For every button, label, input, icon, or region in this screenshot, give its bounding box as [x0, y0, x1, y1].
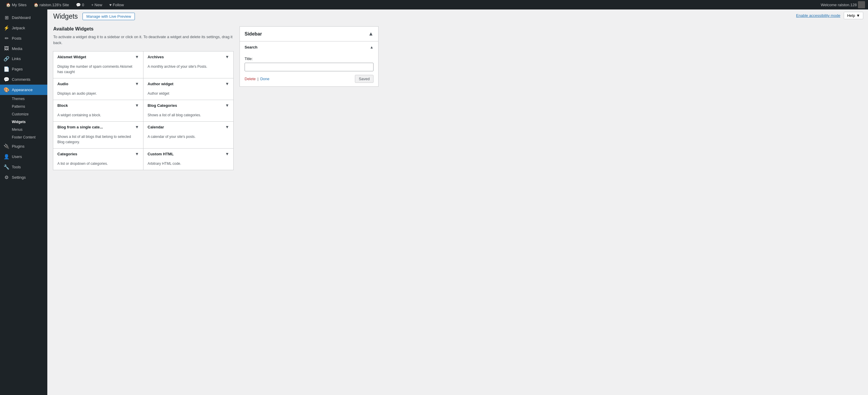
- adminbar-my-sites[interactable]: 🏠 My Sites: [3, 0, 30, 9]
- media-icon: 🖼: [4, 46, 9, 51]
- dashboard-icon: ⊞: [4, 15, 9, 21]
- widget-card-custom-html[interactable]: Custom HTML ▼ Arbitrary HTML code.: [143, 148, 234, 170]
- done-link[interactable]: Done: [260, 77, 270, 81]
- adminbar-new[interactable]: + New: [88, 0, 105, 9]
- chevron-up-icon: ▲: [368, 31, 374, 37]
- sidebar-item-comments[interactable]: 💬 Comments: [0, 74, 47, 85]
- user-avatar[interactable]: [858, 1, 865, 8]
- submenu-item-widgets[interactable]: Widgets: [0, 118, 47, 126]
- widget-card-categories[interactable]: Categories ▼ A list or dropdown of categ…: [53, 148, 144, 170]
- widget-card-author-header: Author widget ▼: [144, 79, 233, 89]
- widget-card-audio-header: Audio ▼: [53, 79, 143, 89]
- main-layout: ⊞ Dashboard ⚡ Jetpack ✏ Posts 🖼 Media 🔗 …: [0, 9, 868, 395]
- sidebar-panel-area: Sidebar ▲ Search ▲ Title:: [240, 26, 378, 170]
- chevron-down-icon: ▼: [225, 103, 229, 108]
- submenu-item-patterns[interactable]: Patterns: [0, 103, 47, 110]
- widget-card-author-widget[interactable]: Author widget ▼ Author widget: [143, 78, 234, 100]
- widgets-area: Available Widgets To activate a widget d…: [53, 26, 234, 170]
- chevron-down-icon: ▼: [225, 125, 229, 129]
- main-content: Widgets Manage with Live Preview Availab…: [47, 9, 868, 395]
- title-field-input[interactable]: [245, 63, 374, 71]
- adminbar-left: 🏠 My Sites 🏠 ralston.128's Site 💬 0 + Ne…: [3, 0, 127, 9]
- screen-options-bar: Enable accessibility mode Help ▼: [792, 9, 868, 22]
- widget-card-blog-single-cat-header: Blog from a single cate... ▼: [53, 122, 143, 132]
- home-icon: 🏠: [6, 3, 11, 7]
- sidebar-search-widget-header[interactable]: Search ▲: [240, 41, 378, 53]
- sidebar-item-links[interactable]: 🔗 Links: [0, 54, 47, 64]
- saved-button[interactable]: Saved: [355, 75, 374, 83]
- sidebar-item-posts[interactable]: ✏ Posts: [0, 33, 47, 43]
- separator: |: [257, 77, 258, 81]
- widget-card-akismet[interactable]: Akismet Widget ▼ Display the number of s…: [53, 51, 144, 79]
- chevron-down-icon: ▼: [135, 81, 139, 86]
- page-header: Widgets Manage with Live Preview: [53, 12, 378, 21]
- sidebar-search-widget: Search ▲ Title: Delete |: [240, 41, 378, 86]
- submenu-item-themes[interactable]: Themes: [0, 95, 47, 103]
- chevron-down-icon: ▼: [135, 55, 139, 59]
- chevron-down-icon: ▼: [135, 125, 139, 129]
- sidebar-search-widget-body: Title: Delete | Done Saved: [240, 53, 378, 86]
- sidebar-item-tools[interactable]: 🔧 Tools: [0, 162, 47, 172]
- available-widgets-title: Available Widgets: [53, 26, 234, 32]
- users-icon: 👤: [4, 154, 9, 159]
- admin-bar: 🏠 My Sites 🏠 ralston.128's Site 💬 0 + Ne…: [0, 0, 868, 9]
- sidebar-item-users[interactable]: 👤 Users: [0, 151, 47, 162]
- appearance-submenu: Themes Patterns Customize Widgets Menus …: [0, 95, 47, 141]
- widget-card-categories-header: Categories ▼: [53, 149, 143, 159]
- sidebar-panel-header: Sidebar ▲: [240, 27, 378, 41]
- widget-card-custom-html-header: Custom HTML ▼: [144, 149, 233, 159]
- comments-nav-icon: 💬: [4, 77, 9, 82]
- adminbar-right: Welcome ralston.128: [821, 1, 865, 8]
- sidebar-item-jetpack[interactable]: ⚡ Jetpack: [0, 23, 47, 33]
- title-field-label: Title:: [245, 57, 374, 61]
- delete-link[interactable]: Delete: [245, 77, 256, 81]
- widget-actions: Delete | Done Saved: [245, 75, 374, 83]
- plugins-icon: 🔌: [4, 144, 9, 149]
- adminbar-site-name[interactable]: 🏠 ralston.128's Site: [31, 0, 72, 9]
- comments-icon: 💬: [76, 3, 81, 7]
- help-button[interactable]: Help ▼: [844, 12, 863, 19]
- sidebar-item-media[interactable]: 🖼 Media: [0, 43, 47, 54]
- submenu-item-menus[interactable]: Menus: [0, 126, 47, 133]
- submenu-item-customize[interactable]: Customize: [0, 110, 47, 118]
- sidebar-item-pages[interactable]: 📄 Pages: [0, 64, 47, 74]
- sidebar-item-settings[interactable]: ⚙ Settings: [0, 172, 47, 183]
- content-area: Available Widgets To activate a widget d…: [53, 26, 378, 170]
- pages-icon: 📄: [4, 66, 9, 72]
- tools-icon: 🔧: [4, 164, 9, 170]
- heart-icon: ♥: [110, 3, 112, 7]
- sidebar-panel: Sidebar ▲ Search ▲ Title:: [240, 26, 378, 87]
- widget-card-blog-categories[interactable]: Blog Categories ▼ Shows a list of all bl…: [143, 100, 234, 122]
- widget-card-calendar[interactable]: Calendar ▼ A calendar of your site's pos…: [143, 121, 234, 149]
- widget-card-archives-header: Archives ▼: [144, 52, 233, 62]
- chevron-down-icon: ▼: [225, 151, 229, 156]
- adminbar-follow[interactable]: ♥ Follow: [106, 0, 127, 9]
- available-widgets-desc: To activate a widget drag it to a sideba…: [53, 34, 234, 45]
- submenu-item-footer-content[interactable]: Footer Content: [0, 133, 47, 141]
- chevron-up-icon: ▲: [370, 45, 374, 50]
- settings-icon: ⚙: [4, 175, 9, 180]
- widget-card-block[interactable]: Block ▼ A widget containing a block.: [53, 100, 144, 122]
- widget-card-calendar-header: Calendar ▼: [144, 122, 233, 132]
- widget-card-block-header: Block ▼: [53, 100, 143, 111]
- links-icon: 🔗: [4, 56, 9, 62]
- sidebar-item-appearance[interactable]: 🎨 Appearance: [0, 85, 47, 95]
- adminbar-comments[interactable]: 💬 0: [73, 0, 87, 9]
- manage-live-preview-button[interactable]: Manage with Live Preview: [83, 13, 135, 20]
- widget-grid: Akismet Widget ▼ Display the number of s…: [53, 52, 234, 170]
- widget-card-blog-single-cat[interactable]: Blog from a single cate... ▼ Shows a lis…: [53, 121, 144, 149]
- widget-card-akismet-header: Akismet Widget ▼: [53, 52, 143, 62]
- chevron-down-icon: ▼: [225, 55, 229, 59]
- page-title: Widgets: [53, 12, 78, 21]
- chevron-down-icon: ▼: [135, 103, 139, 108]
- jetpack-icon: ⚡: [4, 25, 9, 31]
- chevron-down-icon: ▼: [135, 151, 139, 156]
- widget-card-audio[interactable]: Audio ▼ Displays an audio player.: [53, 78, 144, 100]
- sidebar-item-dashboard[interactable]: ⊞ Dashboard: [0, 12, 47, 23]
- widget-card-archives[interactable]: Archives ▼ A monthly archive of your sit…: [143, 51, 234, 79]
- appearance-icon: 🎨: [4, 87, 9, 93]
- sidebar-item-plugins[interactable]: 🔌 Plugins: [0, 141, 47, 151]
- enable-accessibility-link[interactable]: Enable accessibility mode: [796, 13, 840, 18]
- chevron-down-icon: ▼: [856, 13, 860, 18]
- posts-icon: ✏: [4, 35, 9, 41]
